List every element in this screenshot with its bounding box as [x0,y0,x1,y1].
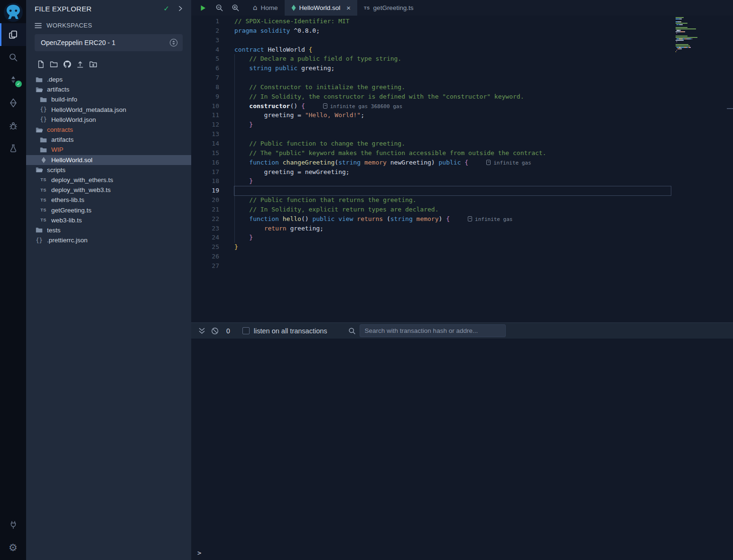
close-tab-icon[interactable]: × [346,4,351,12]
line-number[interactable]: 9 [191,92,219,101]
create-file-icon[interactable] [37,60,45,68]
search-icon[interactable] [0,46,26,69]
code-line[interactable] [234,73,546,83]
accept-check-icon[interactable]: ✓ [163,4,169,13]
line-number[interactable]: 12 [191,120,219,129]
upload-folder-icon[interactable] [89,61,97,68]
solidity-compiler-icon[interactable]: ✓ [0,69,26,92]
tree-item-.deps[interactable]: .deps [26,74,191,84]
listen-all-transactions-label[interactable]: listen on all transactions [254,327,327,335]
github-icon[interactable] [63,60,71,68]
zoom-in-icon[interactable] [227,0,243,16]
code-line[interactable]: pragma solidity ^0.8.0; [234,26,546,36]
line-number[interactable]: 10 [191,101,219,111]
line-number[interactable]: 5 [191,54,219,64]
code-line[interactable] [234,252,546,261]
terminal-search-input[interactable] [360,324,506,337]
code-line[interactable]: string public greeting; [234,64,546,73]
code-line[interactable] [234,36,546,45]
code-line[interactable] [234,129,546,139]
code-line[interactable]: // Declare a public field of type string… [234,54,546,64]
line-number[interactable]: 18 [191,176,219,186]
line-number[interactable]: 20 [191,195,219,205]
code-line[interactable]: greeting = "Hello, World!"; [234,110,546,120]
line-number[interactable]: 2 [191,26,219,36]
tab-getGreeting.ts[interactable]: TSgetGreeting.ts [357,0,420,16]
deploy-run-icon[interactable] [0,92,26,114]
tree-item-artifacts[interactable]: artifacts [26,135,191,145]
line-number[interactable]: 11 [191,110,219,120]
code-line[interactable]: contract HelloWorld { [234,45,546,55]
tree-item-WIP[interactable]: WIP [26,145,191,155]
line-number[interactable]: 21 [191,205,219,214]
tree-item-HelloWorld.sol[interactable]: HelloWorld.sol [26,155,191,165]
hamburger-menu-icon[interactable] [35,23,42,28]
create-folder-icon[interactable] [50,61,58,68]
code-line[interactable]: // Constructor to initialize the greetin… [234,83,546,92]
tree-item-artifacts[interactable]: artifacts [26,84,191,94]
tree-item-HelloWorld_metadata.json[interactable]: {}HelloWorld_metadata.json [26,105,191,115]
tree-item-ethers-lib.ts[interactable]: TSethers-lib.ts [26,195,191,205]
zoom-out-icon[interactable] [211,0,227,16]
line-number[interactable]: 17 [191,167,219,177]
code-line[interactable]: } [234,233,546,242]
workspace-select[interactable]: OpenZeppelin ERC20 - 1 [35,34,183,51]
tree-item-HelloWorld.json[interactable]: {}HelloWorld.json [26,115,191,125]
unit-testing-icon[interactable] [0,137,26,160]
code-line[interactable]: constructor() {infinite gas 368600 gas [234,101,546,111]
chevron-right-icon[interactable] [177,5,184,12]
tree-item-web3-lib.ts[interactable]: TSweb3-lib.ts [26,215,191,225]
settings-gear-icon[interactable]: ⚙ [0,536,26,559]
debugger-icon[interactable] [0,114,26,137]
tree-item-tests[interactable]: tests [26,225,191,235]
code-line[interactable]: // SPDX-License-Identifier: MIT [234,17,546,26]
code-line[interactable] [234,261,546,271]
code-line[interactable]: } [234,120,546,129]
file-explorer-icon[interactable] [0,23,26,46]
terminal-output[interactable]: > [191,339,733,560]
upload-file-icon[interactable] [76,61,84,68]
code-line[interactable] [234,186,546,195]
tree-item-scripts[interactable]: scripts [26,165,191,175]
code-editor[interactable]: 1234567891011121314151617181920212223242… [191,16,733,322]
line-number[interactable]: 14 [191,139,219,148]
line-number[interactable]: 3 [191,36,219,45]
tree-item-build-info[interactable]: build-info [26,94,191,104]
tree-item-getGreeting.ts[interactable]: TSgetGreeting.ts [26,205,191,215]
code-line[interactable]: // Public function to change the greetin… [234,139,546,148]
tab-HelloWorld.sol[interactable]: HelloWorld.sol× [285,0,358,16]
tree-item-deploy_with_ethers.ts[interactable]: TSdeploy_with_ethers.ts [26,175,191,185]
line-number[interactable]: 26 [191,252,219,261]
line-number[interactable]: 24 [191,233,219,242]
code-line[interactable]: // In Solidity, explicit return types ar… [234,205,546,214]
tree-item-.prettierrc.json[interactable]: {}.prettierrc.json [26,235,191,245]
code-line[interactable]: } [234,242,546,252]
code-line[interactable]: greeting = newGreeting; [234,167,546,177]
code-line[interactable]: // The "public" keyword makes the functi… [234,148,546,158]
remix-logo-icon[interactable] [2,1,24,23]
line-number[interactable]: 7 [191,73,219,83]
line-number[interactable]: 8 [191,83,219,92]
code-line[interactable]: // In Solidity, the constructor is defin… [234,92,546,101]
tree-item-deploy_with_web3.ts[interactable]: TSdeploy_with_web3.ts [26,185,191,195]
line-number[interactable]: 16 [191,158,219,167]
terminal-clear-icon[interactable] [211,327,219,335]
code-line[interactable]: } [234,176,546,186]
line-number[interactable]: 6 [191,64,219,73]
run-script-button[interactable] [195,0,211,16]
code-line[interactable]: // Public function that returns the gree… [234,195,546,205]
line-number[interactable]: 23 [191,224,219,233]
code-line[interactable]: function hello() public view returns (st… [234,214,546,224]
line-number[interactable]: 13 [191,129,219,139]
line-number[interactable]: 1 [191,17,219,26]
line-number[interactable]: 27 [191,261,219,271]
line-number[interactable]: 19 [191,186,219,195]
plugin-manager-icon[interactable] [0,514,26,536]
line-number[interactable]: 15 [191,148,219,158]
line-number[interactable]: 25 [191,242,219,252]
line-number[interactable]: 22 [191,214,219,224]
tab-Home[interactable]: ⌂Home [246,0,285,16]
code-line[interactable]: return greeting; [234,224,546,233]
terminal-expand-icon[interactable] [198,327,205,335]
listen-all-transactions-checkbox[interactable] [242,327,250,334]
